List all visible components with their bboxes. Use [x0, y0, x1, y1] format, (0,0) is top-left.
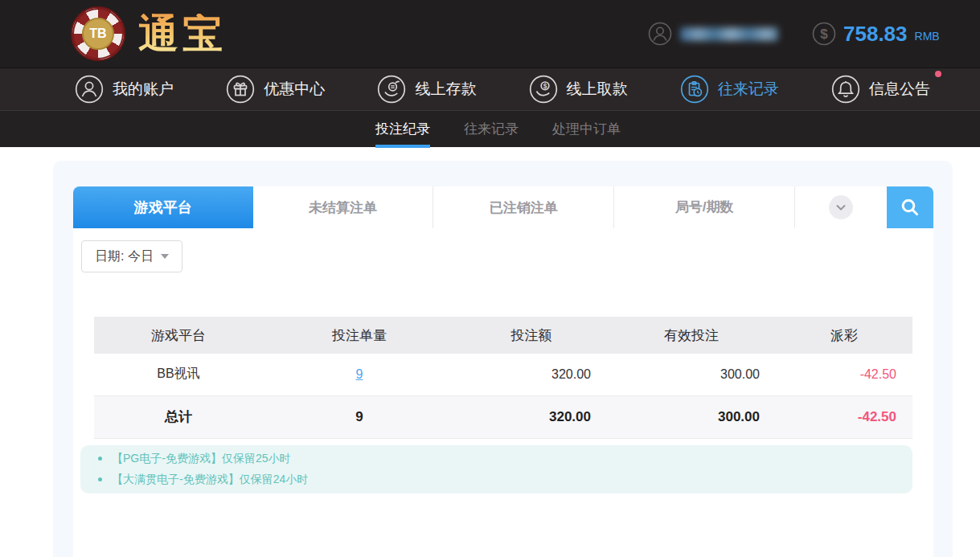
sub-nav: 投注纪录 往来记录 处理中订单	[0, 110, 980, 147]
subnav-transaction-records[interactable]: 往来记录	[464, 111, 519, 148]
page-body: 游戏平台 未结算注单 已注销注单	[0, 147, 980, 557]
bullet-icon	[98, 457, 102, 461]
cell-valid-bet: 300.00	[607, 354, 776, 395]
tab-unsettled-bets[interactable]: 未结算注单	[253, 186, 434, 228]
search-icon	[900, 197, 921, 218]
main-nav: 我的账户 优惠中心 线上存款	[0, 68, 980, 110]
notification-dot	[935, 71, 941, 77]
svg-text:$: $	[543, 82, 547, 90]
logo-badge: TB	[82, 18, 114, 50]
bell-icon	[831, 75, 860, 104]
subnav-pending-orders[interactable]: 处理中订单	[552, 111, 621, 148]
nav-label: 信息公告	[869, 79, 930, 100]
nav-item-promotions[interactable]: 优惠中心	[226, 75, 325, 104]
col-header-bet-count: 投注单量	[263, 317, 456, 354]
total-label: 总计	[94, 395, 263, 438]
nav-item-deposit[interactable]: 线上存款	[377, 75, 476, 104]
col-header-bet-amount: 投注额	[456, 317, 607, 354]
gift-icon	[226, 75, 255, 104]
results-table: 游戏平台 投注单量 投注额 有效投注 派彩 BB视讯 9 320.00 300.	[94, 317, 912, 439]
user-icon	[75, 75, 104, 104]
round-number-input[interactable]	[614, 186, 795, 228]
nav-label: 我的账户	[113, 79, 174, 100]
total-count: 9	[263, 395, 456, 438]
records-icon	[680, 75, 709, 104]
svg-text:$: $	[820, 27, 828, 42]
note-line: 【大满贯电子-免费游戏】仅保留24小时	[80, 469, 912, 490]
col-header-platform: 游戏平台	[94, 317, 263, 354]
user-account[interactable]	[648, 0, 778, 68]
balance[interactable]: $ 758.83 RMB	[812, 0, 940, 68]
table-header-row: 游戏平台 投注单量 投注额 有效投注 派彩	[94, 317, 912, 354]
dollar-coin-icon: $	[812, 22, 836, 46]
nav-item-my-account[interactable]: 我的账户	[75, 75, 174, 104]
nav-label: 优惠中心	[264, 79, 325, 100]
bet-count-link[interactable]: 9	[356, 367, 363, 381]
nav-label: 往来记录	[718, 79, 779, 100]
col-header-valid-bet: 有效投注	[607, 317, 776, 354]
table-row: BB视讯 9 320.00 300.00 -42.50	[94, 354, 912, 395]
content-card: 游戏平台 未结算注单 已注销注单	[73, 186, 933, 557]
balance-currency: RMB	[915, 30, 940, 43]
nav-item-announcements[interactable]: 信息公告	[831, 75, 930, 104]
total-valid-bet: 300.00	[607, 395, 776, 438]
nav-item-withdraw[interactable]: $ 线上取款	[529, 75, 628, 104]
cell-platform: BB视讯	[94, 354, 263, 395]
deposit-icon	[377, 75, 406, 104]
total-bet-amount: 320.00	[456, 395, 607, 438]
note-text: 【大满贯电子-免费游戏】仅保留24小时	[112, 473, 308, 487]
nav-label: 线上取款	[567, 79, 628, 100]
table-total-row: 总计 9 320.00 300.00 -42.50	[94, 395, 912, 438]
expand-toggle[interactable]	[795, 186, 887, 228]
bullet-icon	[98, 477, 102, 481]
date-select[interactable]: 日期: 今日	[81, 240, 182, 272]
username-redacted	[680, 27, 778, 41]
results-table-wrap: 游戏平台 投注单量 投注额 有效投注 派彩 BB视讯 9 320.00 300.	[94, 317, 912, 439]
note-text: 【PG电子-免费游戏】仅保留25小时	[112, 452, 290, 466]
withdraw-icon: $	[529, 75, 558, 104]
nav-item-records[interactable]: 往来记录	[680, 75, 779, 104]
chevron-down-icon	[829, 195, 853, 219]
date-select-label: 日期: 今日	[95, 248, 154, 265]
date-filter-row: 日期: 今日	[81, 240, 933, 272]
caret-down-icon	[161, 254, 169, 259]
col-header-payout: 派彩	[776, 317, 912, 354]
filter-tabs: 游戏平台 未结算注单 已注销注单	[73, 186, 933, 228]
balance-amount: 758.83	[843, 22, 908, 47]
subnav-bet-records[interactable]: 投注纪录	[375, 111, 430, 148]
avatar-icon	[648, 22, 672, 46]
total-payout: -42.50	[776, 395, 912, 438]
cell-payout: -42.50	[776, 354, 912, 395]
logo-text: 通宝	[138, 14, 227, 54]
logo[interactable]: TB 通宝	[71, 6, 227, 61]
retention-notes: 【PG电子-免费游戏】仅保留25小时 【大满贯电子-免费游戏】仅保留24小时	[80, 445, 912, 494]
content-panel: 游戏平台 未结算注单 已注销注单	[53, 161, 953, 557]
nav-label: 线上存款	[415, 79, 476, 100]
note-line: 【PG电子-免费游戏】仅保留25小时	[80, 448, 912, 469]
search-button[interactable]	[887, 186, 933, 228]
tab-game-platform[interactable]: 游戏平台	[73, 186, 253, 228]
casino-chip-icon: TB	[71, 6, 125, 61]
cell-bet-amount: 320.00	[456, 354, 607, 395]
top-header: TB 通宝 $ 758.83 RMB	[0, 0, 980, 68]
tab-cancelled-bets[interactable]: 已注销注单	[433, 186, 614, 228]
